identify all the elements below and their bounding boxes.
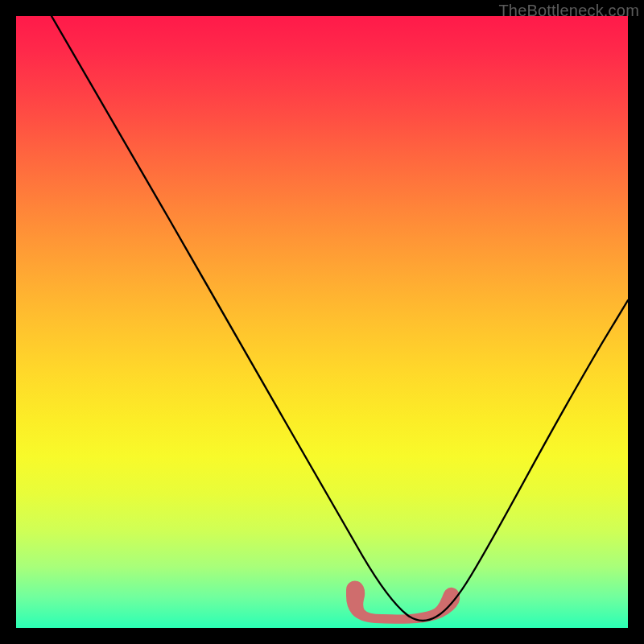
optimal-zone-blob: [347, 582, 459, 623]
chart-frame: TheBottleneck.com: [0, 0, 644, 644]
plot-area: [16, 16, 628, 628]
chart-svg: [16, 16, 628, 628]
bottleneck-curve: [52, 16, 628, 621]
watermark-text: TheBottleneck.com: [498, 2, 639, 20]
